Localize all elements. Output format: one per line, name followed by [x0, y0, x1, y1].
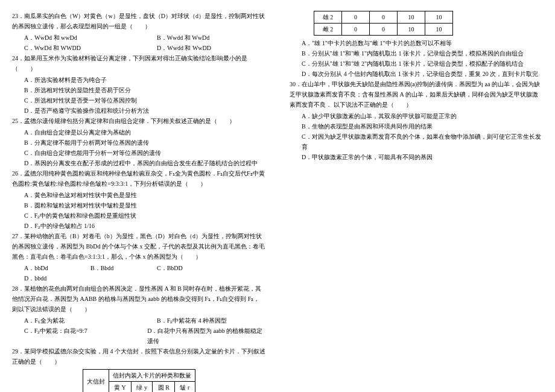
q25-d: D．基因的分离发生在配子形成的过程中，基因的自由组合发生在配子随机结合的过程中	[12, 158, 265, 168]
q28-row1: A．F₁全为紫花 B．F₂中紫花有 4 种基因型	[12, 315, 265, 326]
t1-c2: 绿 y	[132, 382, 153, 393]
t1-h1: 信封内装入卡片的种类和数量	[109, 370, 195, 382]
t2-r2v3: 10	[398, 24, 425, 36]
t1-c1: 黄 Y	[109, 382, 132, 393]
q30-d: D．甲状腺激素正常的个体，可能具有不同的基因	[290, 152, 543, 162]
envelope-table-2: 雄 2 0 0 10 10 雌 2 0 0 10 10	[314, 11, 453, 36]
t2-r2v1: 0	[342, 24, 370, 36]
t1-c3: 圆 R	[153, 382, 175, 393]
q30-b: B．生物的表现型是由基因和环境共同作用的结果	[290, 121, 543, 131]
q28-b: B．F₂中紫花有 4 种基因型	[157, 315, 227, 326]
q27-b: B．Bbdd	[90, 263, 157, 273]
q25-b: B．分离定律不能用于分析两对等位基因的遗传	[12, 138, 265, 148]
q27-d: D．bbdd	[24, 273, 90, 283]
q26-d: D．F₂中的绿色皱粒占 1/16	[12, 221, 265, 231]
q25-a: A．自由组合定律是以分离定律为基础的	[12, 127, 265, 138]
q28-a: A．F₁全为紫花	[24, 315, 157, 326]
q23-c: C．WwDd 和 WWDD	[24, 43, 157, 53]
q29-a: A．"雄 1"中卡片的总数与"雌 1"中卡片的总数可以不相等	[290, 38, 543, 48]
q24-c: C．所选相对性状是否受一对等位基因控制	[12, 95, 265, 106]
q23-d: D．Wwdd 和 WwDD	[157, 43, 211, 53]
t1-c4: 皱 r	[175, 382, 195, 393]
q27-opts: A．bbDd B．Bbdd C．BbDD D．bbdd	[12, 263, 265, 283]
t2-r2v4: 10	[425, 24, 453, 36]
q27-c: C．BbDD	[157, 263, 223, 273]
t2-r1: 雄 2	[314, 11, 342, 24]
q24-d: D．是否严格遵守实验操作流程和统计分析方法	[12, 106, 265, 116]
left-column: 23．南瓜果实的白色（W）对黄色（w）是显性，盘状（D）对球状（d）是显性，控制…	[0, 11, 278, 386]
q23-opts2: C．WwDd 和 WWDD D．Wwdd 和 WwDD	[12, 43, 265, 53]
envelope-table-1: 大信封 信封内装入卡片的种类和数量 黄 Y 绿 y 圆 R 皱 r 雄 1 10…	[83, 369, 195, 392]
q27: 27．某种动物的直毛（B）对卷毛（b）为显性，黑色（D）对白色（d）为显性，控制…	[12, 231, 265, 262]
q29: 29．某同学模拟孟德尔杂交实验，用 4 个大信封．按照下表信息分别装入定量的卡片…	[12, 346, 265, 367]
t1-h0: 大信封	[83, 370, 109, 393]
q30-c: C．对因为缺乏甲状腺激素而发育不良的个体，如果在食物中添加碘，则可使它正常生长发…	[290, 131, 543, 152]
q29-c: C．分别从"雄 1"和"雄 2"内随机取出 1 张卡片，记录组合类型，模拟配子的…	[290, 58, 543, 69]
q26: 26．孟德尔用纯种黄色圆粒豌豆和纯种绿色皱粒豌豆杂交，F₁全为黄色圆粒．F₁自交…	[12, 168, 265, 189]
q23: 23．南瓜果实的白色（W）对黄色（w）是显性，盘状（D）对球状（d）是显性，控制…	[12, 11, 265, 31]
t2-r2v2: 0	[370, 24, 398, 36]
q26-b: B．圆粒和皱粒这对相对性状中皱粒是显性	[12, 200, 265, 210]
q29-b: B．分别从"雄 1"和"雌 1"内随机取出 1 张卡片，记录组合类型，模拟基因的…	[290, 48, 543, 58]
q28-d: D．白花中只有基因型为 aabb 的植株能稳定遗传	[147, 326, 265, 346]
q28: 28．某植物的花色由两对自由组合的基因决定．显性基因 A 和 B 同时存在时，植…	[12, 283, 265, 314]
q23-a: A．WwDd 和 wwDd	[24, 33, 157, 43]
q25: 25．孟德尔遗传规律包括分离定律和自由组合定律．下列相关叙述正确的是（ ）	[12, 116, 265, 126]
right-column: 雄 2 0 0 10 10 雌 2 0 0 10 10 A．"雄 1"中卡片的总…	[278, 11, 555, 386]
q27-a: A．bbDd	[24, 263, 90, 273]
q24-b: B．所选相对性状的显隐性是否易于区分	[12, 85, 265, 95]
t2-r1v4: 10	[425, 11, 453, 24]
q28-row2: C．F₂中紫花：白花=9:7 D．白花中只有基因型为 aabb 的植株能稳定遗传	[12, 326, 265, 346]
t2-r1v3: 10	[398, 11, 425, 24]
t2-r1v1: 0	[342, 11, 370, 24]
q23-b: B．Wwdd 和 WwDd	[157, 33, 209, 43]
q26-a: A．黄色和绿色这对相对性状中黄色是显性	[12, 190, 265, 200]
t2-r2: 雌 2	[314, 24, 342, 36]
q24: 24．如果用玉米作为实验材料验证分离定律，下列因素对得出正确实验结论影响最小的是…	[12, 53, 265, 74]
q30-a: A．缺少甲状腺激素的山羊，其双亲的甲状腺可能是正常的	[290, 111, 543, 121]
q28-c: C．F₂中紫花：白花=9:7	[24, 326, 147, 346]
t2-r1v2: 0	[370, 11, 398, 24]
q25-c: C．自由组合定律也能用于分析一对等位基因的遗传	[12, 148, 265, 158]
q30: 30．在山羊中，甲状腺先天缺陷是由隐性基因(a)控制的遗传病．基因型为 aa 的…	[290, 79, 543, 110]
q23-opts: A．WwDd 和 wwDd B．Wwdd 和 WwDd	[12, 33, 265, 43]
q24-a: A．所选实验材料是否为纯合子	[12, 75, 265, 85]
q26-c: C．F₂中的黄色皱粒和绿色圆粒是重组性状	[12, 210, 265, 221]
q29-d: D．每次分别从 4 个信封内随机取出 1 张卡片，记录组合类型，重复 20 次，…	[290, 69, 543, 79]
